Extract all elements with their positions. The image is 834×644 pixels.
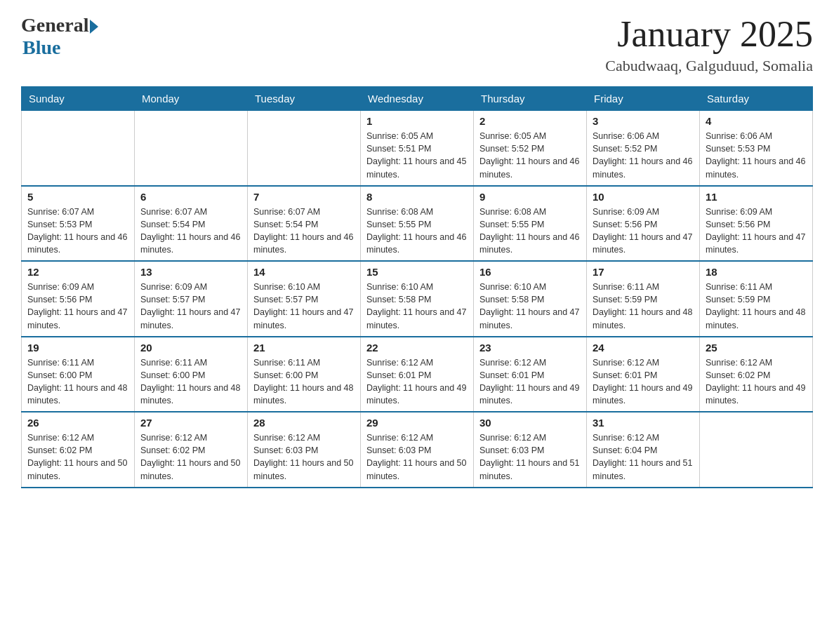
day-cell-18: 18Sunrise: 6:11 AMSunset: 5:59 PMDayligh… bbox=[700, 261, 813, 337]
day-cell-10: 10Sunrise: 6:09 AMSunset: 5:56 PMDayligh… bbox=[587, 186, 700, 262]
day-cell-2: 2Sunrise: 6:05 AMSunset: 5:52 PMDaylight… bbox=[474, 111, 587, 186]
day-cell-3: 3Sunrise: 6:06 AMSunset: 5:52 PMDaylight… bbox=[587, 111, 700, 186]
day-cell-23: 23Sunrise: 6:12 AMSunset: 6:01 PMDayligh… bbox=[474, 337, 587, 412]
empty-cell bbox=[135, 111, 248, 186]
day-info: Sunrise: 6:10 AMSunset: 5:57 PMDaylight:… bbox=[253, 281, 355, 332]
day-info: Sunrise: 6:06 AMSunset: 5:53 PMDaylight:… bbox=[706, 130, 807, 181]
day-cell-8: 8Sunrise: 6:08 AMSunset: 5:55 PMDaylight… bbox=[361, 186, 474, 262]
day-cell-7: 7Sunrise: 6:07 AMSunset: 5:54 PMDaylight… bbox=[248, 186, 361, 262]
day-info: Sunrise: 6:05 AMSunset: 5:52 PMDaylight:… bbox=[479, 130, 581, 181]
day-info: Sunrise: 6:06 AMSunset: 5:52 PMDaylight:… bbox=[593, 130, 694, 181]
day-cell-9: 9Sunrise: 6:08 AMSunset: 5:55 PMDaylight… bbox=[474, 186, 587, 262]
day-number: 1 bbox=[366, 115, 468, 127]
day-number: 24 bbox=[593, 342, 694, 354]
day-info: Sunrise: 6:07 AMSunset: 5:54 PMDaylight:… bbox=[253, 206, 355, 257]
day-number: 6 bbox=[140, 191, 241, 203]
day-number: 23 bbox=[479, 342, 581, 354]
day-number: 19 bbox=[27, 342, 128, 354]
day-info: Sunrise: 6:07 AMSunset: 5:54 PMDaylight:… bbox=[140, 206, 241, 257]
logo-general: General bbox=[21, 14, 88, 36]
day-cell-11: 11Sunrise: 6:09 AMSunset: 5:56 PMDayligh… bbox=[700, 186, 813, 262]
day-cell-15: 15Sunrise: 6:10 AMSunset: 5:58 PMDayligh… bbox=[361, 261, 474, 337]
day-header-saturday: Saturday bbox=[700, 87, 813, 111]
day-number: 14 bbox=[253, 266, 355, 278]
day-info: Sunrise: 6:11 AMSunset: 6:00 PMDaylight:… bbox=[27, 356, 128, 408]
day-number: 18 bbox=[706, 266, 807, 278]
day-cell-30: 30Sunrise: 6:12 AMSunset: 6:03 PMDayligh… bbox=[474, 412, 587, 488]
day-header-monday: Monday bbox=[135, 87, 248, 111]
day-number: 21 bbox=[253, 342, 355, 354]
day-number: 10 bbox=[593, 191, 694, 203]
day-cell-31: 31Sunrise: 6:12 AMSunset: 6:04 PMDayligh… bbox=[587, 412, 700, 488]
day-info: Sunrise: 6:12 AMSunset: 6:04 PMDaylight:… bbox=[593, 431, 694, 483]
logo: General Blue bbox=[21, 14, 98, 59]
day-cell-13: 13Sunrise: 6:09 AMSunset: 5:57 PMDayligh… bbox=[135, 261, 248, 337]
day-info: Sunrise: 6:12 AMSunset: 6:02 PMDaylight:… bbox=[706, 356, 807, 408]
day-number: 11 bbox=[706, 191, 807, 203]
day-info: Sunrise: 6:12 AMSunset: 6:03 PMDaylight:… bbox=[479, 431, 581, 483]
day-cell-6: 6Sunrise: 6:07 AMSunset: 5:54 PMDaylight… bbox=[135, 186, 248, 262]
week-row-4: 19Sunrise: 6:11 AMSunset: 6:00 PMDayligh… bbox=[22, 337, 813, 412]
calendar-body: 1Sunrise: 6:05 AMSunset: 5:51 PMDaylight… bbox=[22, 111, 813, 488]
day-cell-20: 20Sunrise: 6:11 AMSunset: 6:00 PMDayligh… bbox=[135, 337, 248, 412]
day-number: 16 bbox=[479, 266, 581, 278]
day-cell-5: 5Sunrise: 6:07 AMSunset: 5:53 PMDaylight… bbox=[22, 186, 135, 262]
logo-arrow-icon bbox=[90, 20, 98, 34]
month-title: January 2025 bbox=[605, 14, 813, 54]
day-header-sunday: Sunday bbox=[22, 87, 135, 111]
day-number: 4 bbox=[706, 115, 807, 127]
day-number: 2 bbox=[479, 115, 581, 127]
day-info: Sunrise: 6:12 AMSunset: 6:03 PMDaylight:… bbox=[366, 431, 468, 483]
location-title: Cabudwaaq, Galguduud, Somalia bbox=[605, 57, 813, 75]
week-row-5: 26Sunrise: 6:12 AMSunset: 6:02 PMDayligh… bbox=[22, 412, 813, 488]
day-info: Sunrise: 6:12 AMSunset: 6:01 PMDaylight:… bbox=[479, 356, 581, 408]
day-info: Sunrise: 6:11 AMSunset: 5:59 PMDaylight:… bbox=[706, 281, 807, 332]
day-info: Sunrise: 6:09 AMSunset: 5:56 PMDaylight:… bbox=[27, 281, 128, 332]
day-info: Sunrise: 6:12 AMSunset: 6:02 PMDaylight:… bbox=[27, 431, 128, 483]
day-cell-4: 4Sunrise: 6:06 AMSunset: 5:53 PMDaylight… bbox=[700, 111, 813, 186]
day-number: 5 bbox=[27, 191, 128, 203]
day-number: 25 bbox=[706, 342, 807, 354]
day-info: Sunrise: 6:08 AMSunset: 5:55 PMDaylight:… bbox=[479, 206, 581, 257]
day-number: 31 bbox=[593, 417, 694, 429]
week-row-3: 12Sunrise: 6:09 AMSunset: 5:56 PMDayligh… bbox=[22, 261, 813, 337]
calendar-header: SundayMondayTuesdayWednesdayThursdayFrid… bbox=[22, 87, 813, 111]
day-header-friday: Friday bbox=[587, 87, 700, 111]
day-number: 27 bbox=[140, 417, 241, 429]
day-header-wednesday: Wednesday bbox=[361, 87, 474, 111]
day-info: Sunrise: 6:10 AMSunset: 5:58 PMDaylight:… bbox=[479, 281, 581, 332]
day-cell-16: 16Sunrise: 6:10 AMSunset: 5:58 PMDayligh… bbox=[474, 261, 587, 337]
day-cell-25: 25Sunrise: 6:12 AMSunset: 6:02 PMDayligh… bbox=[700, 337, 813, 412]
day-cell-22: 22Sunrise: 6:12 AMSunset: 6:01 PMDayligh… bbox=[361, 337, 474, 412]
day-info: Sunrise: 6:09 AMSunset: 5:56 PMDaylight:… bbox=[593, 206, 694, 257]
day-cell-28: 28Sunrise: 6:12 AMSunset: 6:03 PMDayligh… bbox=[248, 412, 361, 488]
day-number: 20 bbox=[140, 342, 241, 354]
day-info: Sunrise: 6:07 AMSunset: 5:53 PMDaylight:… bbox=[27, 206, 128, 257]
day-headers-row: SundayMondayTuesdayWednesdayThursdayFrid… bbox=[22, 87, 813, 111]
day-cell-19: 19Sunrise: 6:11 AMSunset: 6:00 PMDayligh… bbox=[22, 337, 135, 412]
day-cell-24: 24Sunrise: 6:12 AMSunset: 6:01 PMDayligh… bbox=[587, 337, 700, 412]
day-number: 15 bbox=[366, 266, 468, 278]
empty-cell bbox=[700, 412, 813, 488]
day-info: Sunrise: 6:10 AMSunset: 5:58 PMDaylight:… bbox=[366, 281, 468, 332]
day-number: 9 bbox=[479, 191, 581, 203]
day-cell-12: 12Sunrise: 6:09 AMSunset: 5:56 PMDayligh… bbox=[22, 261, 135, 337]
week-row-1: 1Sunrise: 6:05 AMSunset: 5:51 PMDaylight… bbox=[22, 111, 813, 186]
day-cell-14: 14Sunrise: 6:10 AMSunset: 5:57 PMDayligh… bbox=[248, 261, 361, 337]
day-cell-17: 17Sunrise: 6:11 AMSunset: 5:59 PMDayligh… bbox=[587, 261, 700, 337]
day-info: Sunrise: 6:09 AMSunset: 5:57 PMDaylight:… bbox=[140, 281, 241, 332]
day-cell-26: 26Sunrise: 6:12 AMSunset: 6:02 PMDayligh… bbox=[22, 412, 135, 488]
title-section: January 2025 Cabudwaaq, Galguduud, Somal… bbox=[605, 14, 813, 75]
day-header-thursday: Thursday bbox=[474, 87, 587, 111]
day-info: Sunrise: 6:12 AMSunset: 6:01 PMDaylight:… bbox=[366, 356, 468, 408]
day-cell-21: 21Sunrise: 6:11 AMSunset: 6:00 PMDayligh… bbox=[248, 337, 361, 412]
logo-blue: Blue bbox=[22, 36, 60, 59]
week-row-2: 5Sunrise: 6:07 AMSunset: 5:53 PMDaylight… bbox=[22, 186, 813, 262]
day-cell-1: 1Sunrise: 6:05 AMSunset: 5:51 PMDaylight… bbox=[361, 111, 474, 186]
day-info: Sunrise: 6:08 AMSunset: 5:55 PMDaylight:… bbox=[366, 206, 468, 257]
day-number: 13 bbox=[140, 266, 241, 278]
calendar-table: SundayMondayTuesdayWednesdayThursdayFrid… bbox=[21, 86, 813, 488]
day-info: Sunrise: 6:12 AMSunset: 6:03 PMDaylight:… bbox=[253, 431, 355, 483]
day-info: Sunrise: 6:12 AMSunset: 6:02 PMDaylight:… bbox=[140, 431, 241, 483]
day-info: Sunrise: 6:05 AMSunset: 5:51 PMDaylight:… bbox=[366, 130, 468, 181]
